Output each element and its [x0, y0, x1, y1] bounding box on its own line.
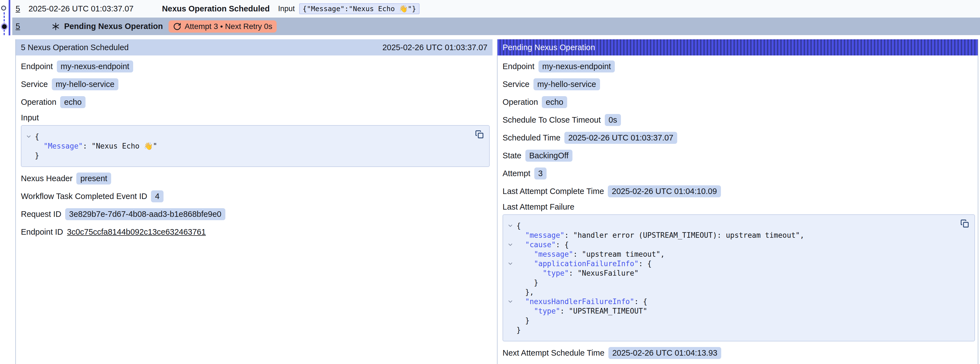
- gutter-spacer: [504, 268, 517, 278]
- panel-nexus-operation-scheduled: 5 Nexus Operation Scheduled 2025-02-26 U…: [15, 39, 493, 364]
- input-label: Input: [278, 5, 295, 13]
- panel-header: 5 Nexus Operation Scheduled 2025-02-26 U…: [16, 39, 493, 56]
- chevron-down-icon[interactable]: [504, 221, 517, 230]
- json-text: }: [517, 316, 530, 325]
- json-text: : "upstream timeout",: [573, 250, 665, 259]
- panel-title: Pending Nexus Operation: [503, 43, 595, 52]
- json-text: }: [517, 326, 521, 334]
- field-endpoint: Endpointmy-nexus-endpoint: [21, 60, 490, 73]
- json-key: "message": [525, 231, 565, 239]
- chevron-down-icon[interactable]: [504, 240, 517, 249]
- input-preview-chip: {"Message":"Nexus Echo 👋"}: [299, 3, 419, 14]
- json-text: [35, 142, 43, 150]
- chevron-down-icon[interactable]: [504, 259, 517, 268]
- panel-pending-nexus-operation: Pending Nexus Operation Endpointmy-nexus…: [497, 39, 978, 364]
- json-text: },: [517, 288, 534, 296]
- code-text: }: [517, 325, 521, 335]
- event-row-pending[interactable]: 5 Pending Nexus Operation Attempt 3 • Ne…: [12, 18, 980, 35]
- code-text: "message": "upstream timeout",: [517, 249, 665, 259]
- field-nexus-header: Nexus Headerpresent: [21, 172, 490, 185]
- field-operation: Operationecho: [503, 96, 975, 109]
- event-row-scheduled[interactable]: 5 2025-02-26 UTC 01:03:37.07 Nexus Opera…: [12, 0, 980, 18]
- field-label: Service: [503, 80, 530, 89]
- field-label: Next Attempt Schedule Time: [503, 348, 605, 358]
- code-text: },: [517, 287, 534, 297]
- field-label: Attempt: [503, 169, 530, 178]
- code-line: "cause": {: [504, 240, 955, 249]
- code-text: }: [35, 151, 39, 160]
- field-value-badge: 2025-02-26 UTC 01:04:10.09: [608, 185, 721, 197]
- field-value-badge: 2025-02-26 UTC 01:03:37.07: [565, 132, 677, 144]
- code-line: "message": "upstream timeout",: [504, 249, 955, 259]
- json-key: "type": [534, 307, 560, 315]
- json-text: {: [517, 222, 521, 230]
- field-attempt: Attempt3: [503, 167, 975, 180]
- field-request-id: Request ID3e829b7e-7d67-4b08-aad3-b1e868…: [21, 208, 490, 220]
- field-value-link[interactable]: 3c0c75ccfa8144b092c13ce632463761: [67, 227, 206, 236]
- field-label: Request ID: [21, 209, 61, 219]
- event-filled-dot-icon: [2, 24, 7, 29]
- field-next-attempt-schedule-time: Next Attempt Schedule Time2025-02-26 UTC…: [503, 346, 975, 359]
- event-id-link[interactable]: 5: [16, 22, 20, 31]
- code-line: }: [504, 316, 955, 325]
- panel-time: 2025-02-26 UTC 01:03:37.07: [382, 43, 487, 52]
- copy-button[interactable]: [960, 219, 969, 228]
- panel-body: Endpointmy-nexus-endpointServicemy-hello…: [16, 56, 493, 238]
- field-value-badge: BackingOff: [525, 150, 573, 162]
- code-text: "type": "NexusFailure": [517, 268, 638, 278]
- gutter-spacer: [504, 287, 517, 297]
- json-viewer: { "Message": "Nexus Echo 👋"}: [21, 125, 490, 167]
- code-line: {: [504, 221, 955, 230]
- json-text: }: [517, 278, 538, 287]
- chevron-down-icon[interactable]: [22, 132, 35, 141]
- field-label: Nexus Header: [21, 174, 72, 183]
- field-state: StateBackingOff: [503, 149, 975, 162]
- field-endpoint-id: Endpoint ID3c0c75ccfa8144b092c13ce632463…: [21, 225, 490, 238]
- field-value-badge: echo: [60, 96, 86, 108]
- json-text: [517, 269, 542, 277]
- code-text: "applicationFailureInfo": {: [517, 259, 652, 268]
- event-time: 2025-02-26 UTC 01:03:37.07: [29, 4, 134, 13]
- field-input: Input{ "Message": "Nexus Echo 👋"}: [21, 113, 490, 167]
- json-text: [517, 297, 525, 306]
- json-text: : "NexusFailure": [569, 269, 638, 277]
- timeline-dashed-line: [4, 12, 5, 35]
- field-label: Last Attempt Complete Time: [503, 187, 604, 196]
- gutter-spacer: [504, 249, 517, 259]
- json-text: [517, 259, 534, 268]
- field-label: State: [503, 151, 522, 160]
- field-workflow-task-completed-event-id: Workflow Task Completed Event ID4: [21, 190, 490, 203]
- field-label: Last Attempt Failure: [503, 203, 975, 211]
- field-operation: Operationecho: [21, 96, 490, 109]
- field-value-badge: 3e829b7e-7d67-4b08-aad3-b1e868bfe9e0: [65, 208, 225, 220]
- event-title: Pending Nexus Operation: [64, 22, 163, 31]
- json-text: : "UPSTREAM_TIMEOUT": [560, 307, 648, 315]
- detail-panels: 5 Nexus Operation Scheduled 2025-02-26 U…: [0, 39, 980, 364]
- event-id-link[interactable]: 5: [16, 4, 20, 13]
- code-line: }: [22, 151, 470, 160]
- gutter-spacer: [504, 306, 517, 316]
- json-text: }: [35, 151, 39, 160]
- json-key: "applicationFailureInfo": [534, 259, 639, 268]
- json-key: "type": [542, 269, 569, 277]
- field-label: Endpoint: [21, 62, 53, 71]
- copy-button[interactable]: [475, 129, 484, 139]
- timeline-active-bar: [9, 0, 10, 35]
- field-value-badge: 4: [151, 190, 163, 202]
- json-key: "Message": [43, 142, 83, 150]
- retry-label: Attempt 3 • Next Retry 0s: [185, 22, 272, 31]
- code-line: }: [504, 278, 955, 287]
- field-label: Endpoint ID: [21, 227, 63, 236]
- field-label: Schedule To Close Timeout: [503, 115, 601, 125]
- field-last-attempt-failure: Last Attempt Failure{ "message": "handle…: [503, 203, 975, 342]
- field-label: Operation: [21, 97, 56, 107]
- code-text: }: [517, 316, 530, 325]
- json-text: [517, 241, 525, 249]
- gutter-spacer: [504, 316, 517, 325]
- event-open-circle-icon: [1, 6, 6, 11]
- json-key: "message": [534, 250, 573, 259]
- gutter-spacer: [504, 230, 517, 240]
- code-line: }: [504, 325, 955, 335]
- chevron-down-icon[interactable]: [504, 297, 517, 306]
- field-value-badge: 0s: [605, 114, 621, 126]
